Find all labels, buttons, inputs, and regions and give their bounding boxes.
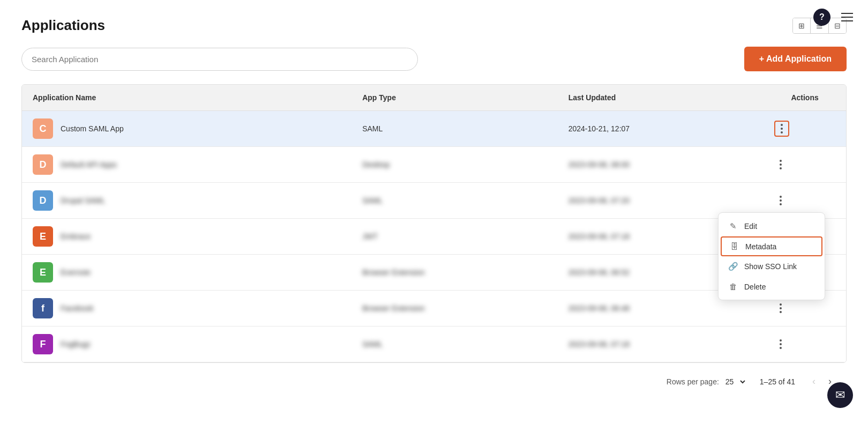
action-menu-button[interactable]: [774, 301, 787, 315]
col-header-actions: Actions: [764, 85, 846, 111]
rows-per-page: Rows per page: 25 50 100: [667, 377, 747, 387]
col-header-app-type: App Type: [351, 85, 558, 111]
app-name-cell: C Custom SAML App: [22, 111, 351, 147]
app-name: Facebook: [61, 304, 93, 313]
rows-per-page-label: Rows per page:: [667, 377, 719, 386]
app-icon: F: [33, 334, 53, 354]
context-menu-item-metadata[interactable]: 🗄 Metadata: [721, 236, 822, 256]
app-name: Custom SAML App: [61, 124, 124, 133]
app-name-cell: E Evernote: [22, 255, 351, 291]
pagination-range: 1–25 of 41: [760, 377, 795, 386]
context-menu-item-delete[interactable]: 🗑 Delete: [719, 277, 825, 296]
app-icon: f: [33, 298, 53, 318]
app-type-cell: Browser Extension: [351, 255, 558, 291]
action-menu-button[interactable]: [774, 158, 787, 172]
show-sso-link-label: Show SSO Link: [744, 262, 797, 271]
metadata-icon: 🗄: [729, 242, 739, 251]
top-right-icons: ?: [813, 9, 857, 26]
view-btn-grid[interactable]: ⊞: [793, 18, 811, 33]
page-title: Applications: [21, 17, 105, 34]
app-icon: E: [33, 226, 53, 247]
app-type-cell: SAML: [351, 111, 558, 147]
last-updated-cell: 2024-10-21, 12:07: [558, 111, 764, 147]
table-row: F FogBugz SAML 2023-09-08, 07:18: [22, 326, 846, 362]
edit-label: Edit: [744, 222, 757, 231]
delete-icon: 🗑: [728, 282, 738, 291]
table-row: D Default API Apps Desktop 2023-09-08, 0…: [22, 147, 846, 183]
delete-label: Delete: [744, 283, 766, 291]
actions-cell: [764, 111, 846, 147]
context-menu-item-show-sso-link[interactable]: 🔗 Show SSO Link: [719, 256, 825, 277]
app-type-cell: JWT: [351, 219, 558, 255]
rows-per-page-select[interactable]: 25 50 100: [723, 377, 747, 387]
search-input[interactable]: [21, 48, 418, 71]
col-header-last-updated: Last Updated: [558, 85, 764, 111]
app-name: Drupal SAML: [61, 196, 105, 205]
col-header-app-name: Application Name: [22, 85, 351, 111]
actions-cell: [764, 147, 846, 183]
app-icon: E: [33, 262, 53, 283]
app-type-cell: SAML: [351, 183, 558, 219]
app-name-cell: f Facebook: [22, 291, 351, 326]
show-sso-link-icon: 🔗: [728, 262, 738, 271]
toolbar: + Add Application: [21, 47, 847, 71]
app-name: FogBugz: [61, 340, 91, 348]
app-type-cell: Desktop: [351, 147, 558, 183]
pagination: Rows per page: 25 50 100 1–25 of 41 ‹ ›: [21, 363, 847, 391]
chat-button[interactable]: ✉: [827, 382, 853, 408]
app-name-cell: D Default API Apps: [22, 147, 351, 183]
app-name: Default API Apps: [61, 160, 117, 169]
metadata-label: Metadata: [745, 242, 776, 251]
app-name-cell: D Drupal SAML: [22, 183, 351, 219]
page-wrapper: ? Applications ⊞ ☰ ⊟ + Add Application A…: [0, 0, 868, 423]
page-header: Applications ⊞ ☰ ⊟: [21, 17, 847, 34]
action-menu-button[interactable]: [774, 194, 787, 207]
hamburger-button[interactable]: [837, 11, 857, 24]
app-icon: D: [33, 154, 53, 175]
action-menu-button[interactable]: [774, 337, 787, 351]
context-menu: ✎ Edit 🗄 Metadata 🔗 Show SSO Link 🗑 Dele…: [718, 212, 825, 300]
app-name: Evernote: [61, 268, 91, 277]
actions-cell: [764, 326, 846, 362]
app-icon: D: [33, 190, 53, 211]
app-type-cell: SAML: [351, 326, 558, 362]
app-name-cell: E Embrace: [22, 219, 351, 255]
table-row: C Custom SAML App SAML 2024-10-21, 12:07: [22, 111, 846, 147]
last-updated-cell: 2023-09-08, 07:18: [558, 326, 764, 362]
last-updated-cell: 2023-09-08, 08:00: [558, 147, 764, 183]
prev-page-button[interactable]: ‹: [808, 374, 820, 389]
edit-icon: ✎: [728, 221, 738, 231]
app-name-cell: F FogBugz: [22, 326, 351, 362]
app-name: Embrace: [61, 232, 91, 241]
app-icon: C: [33, 118, 53, 139]
table-header-row: Application Name App Type Last Updated A…: [22, 85, 846, 111]
action-menu-button[interactable]: [774, 121, 789, 137]
context-menu-item-edit[interactable]: ✎ Edit: [719, 216, 825, 236]
help-button[interactable]: ?: [813, 9, 830, 26]
add-application-button[interactable]: + Add Application: [744, 47, 847, 71]
app-type-cell: Browser Extension: [351, 291, 558, 326]
